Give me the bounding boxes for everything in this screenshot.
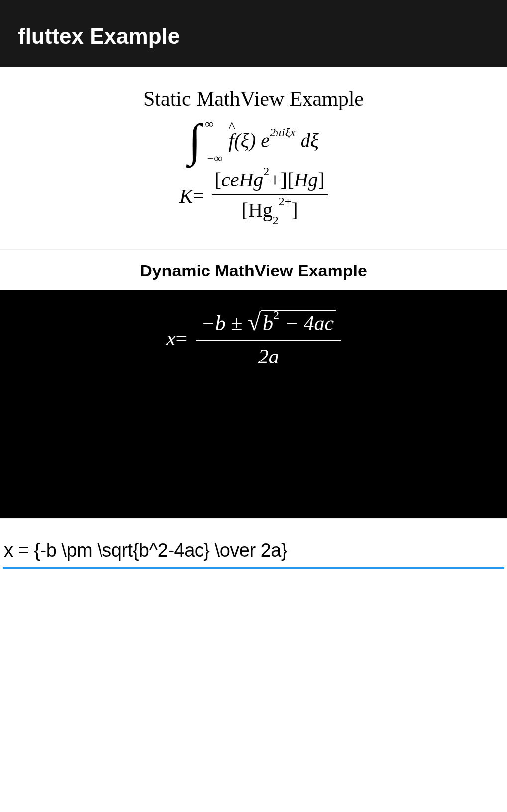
static-mathview-section: Static MathView Example ∫ ∞ −∞ f(ξ) e2πi… bbox=[0, 67, 507, 250]
k-numerator: [ceHg2+][Hg] bbox=[212, 168, 328, 195]
latex-input-row bbox=[0, 534, 507, 569]
equals-sign: = bbox=[193, 184, 204, 208]
app-bar-title: fluttex Example bbox=[18, 24, 180, 49]
dynamic-section-title: Dynamic MathView Example bbox=[0, 250, 507, 290]
f-hat: f bbox=[228, 129, 234, 152]
quadratic-denominator: 2a bbox=[196, 341, 341, 368]
sqrt-content: b2 − 4ac bbox=[261, 310, 336, 335]
hg-sub: 2 bbox=[273, 214, 279, 227]
k-fraction: [ceHg2+][Hg] [Hg22+] bbox=[212, 168, 328, 224]
quadratic-fraction: −b ± √b2 − 4ac 2a bbox=[196, 308, 341, 368]
e-base: e bbox=[261, 129, 270, 152]
integral-upper-limit: ∞ bbox=[205, 119, 213, 130]
sqrt-icon: √ bbox=[248, 309, 261, 335]
k-denominator: [Hg22+] bbox=[212, 195, 328, 224]
quadratic-formula: x = −b ± √b2 − 4ac 2a bbox=[0, 308, 507, 368]
f-arg: (ξ) bbox=[234, 129, 261, 152]
integral-sign-icon: ∫ ∞ −∞ bbox=[188, 120, 201, 161]
integrand: f(ξ) e2πiξx dξ bbox=[228, 129, 318, 152]
neg-b-pm: −b ± bbox=[201, 312, 247, 335]
integral-lower-limit: −∞ bbox=[207, 153, 223, 164]
d-xi: dξ bbox=[296, 129, 319, 152]
integral-expression: ∫ ∞ −∞ f(ξ) e2πiξx dξ bbox=[0, 120, 507, 161]
x-lhs: x bbox=[166, 326, 176, 350]
dynamic-render-area: x = −b ± √b2 − 4ac 2a bbox=[0, 290, 507, 519]
quadratic-numerator: −b ± √b2 − 4ac bbox=[196, 308, 341, 341]
hg-sup: 2+ bbox=[279, 195, 292, 208]
dynamic-mathview-section: Dynamic MathView Example x = −b ± √b2 − … bbox=[0, 250, 507, 519]
equals-sign-2: = bbox=[176, 326, 188, 350]
e-exponent: 2πiξx bbox=[270, 126, 296, 139]
static-section-title: Static MathView Example bbox=[0, 87, 507, 111]
k-equation: K = [ceHg2+][Hg] [Hg22+] bbox=[0, 168, 507, 224]
k-lhs: K bbox=[179, 184, 193, 208]
latex-input[interactable] bbox=[3, 534, 504, 569]
app-bar: fluttex Example bbox=[0, 0, 507, 67]
